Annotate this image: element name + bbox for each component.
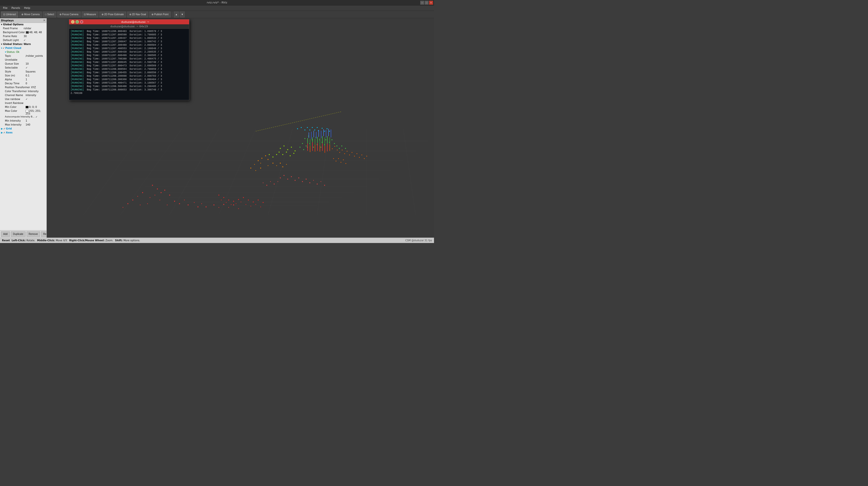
- svg-point-112: [266, 185, 267, 186]
- svg-rect-181: [327, 143, 328, 151]
- svg-point-94: [314, 129, 315, 130]
- terminal-line: [RUNNING] Bag Time: 1680711207.706380 Du…: [70, 57, 188, 61]
- svg-point-123: [294, 150, 296, 151]
- svg-point-131: [269, 154, 270, 155]
- svg-rect-182: [330, 145, 330, 151]
- pose-estimate-button[interactable]: ⊕ 2D Pose Estimate: [99, 11, 126, 18]
- svg-point-49: [258, 160, 259, 161]
- min-color-swatch: [26, 106, 29, 108]
- close-button[interactable]: ✕: [429, 1, 433, 5]
- svg-point-61: [280, 163, 281, 164]
- pose-estimate-icon: ⊕: [101, 13, 103, 16]
- svg-point-105: [294, 180, 296, 181]
- menubar: File Panels Help: [0, 5, 434, 11]
- svg-point-62: [282, 166, 283, 167]
- arrow-down-button[interactable]: ▼: [180, 11, 185, 18]
- nav-goal-button[interactable]: ⊕ 2D Nav Goal: [127, 11, 148, 18]
- terminal-window[interactable]: ─ □ ✕ duduzai@duduzai: ~ duduzai@duduzai…: [69, 19, 189, 100]
- svg-point-170: [251, 206, 251, 207]
- terminal-line: [RUNNING] Bag Time: 1680711208.006564 Du…: [70, 68, 188, 71]
- svg-point-20: [157, 189, 158, 189]
- publish-point-button[interactable]: ⊕ Publish Point: [149, 11, 170, 18]
- displays-tree: ▾ Global Options Fixed Frame rslidar Bac…: [0, 23, 46, 230]
- svg-point-157: [233, 201, 234, 202]
- window-title: rviz.rviz* - RViz: [207, 1, 227, 4]
- term-maximize-button[interactable]: □: [75, 20, 79, 24]
- svg-point-59: [273, 163, 273, 164]
- svg-rect-145: [362, 155, 362, 155]
- terminal-line: [RUNNING] Bag Time: 1680711207.106437 Du…: [70, 37, 188, 40]
- global-options-header[interactable]: ▾ Global Options: [0, 23, 46, 27]
- svg-point-116: [317, 184, 318, 185]
- unreliable-row: Unreliable: [0, 58, 46, 62]
- minimize-button[interactable]: ─: [420, 1, 424, 5]
- status-right: CSM @duduzai 31 fps: [405, 239, 432, 242]
- invert-rainbow-row: Invert Rainbow: [0, 101, 46, 105]
- measure-icon: ⊡: [84, 13, 86, 16]
- svg-rect-141: [352, 152, 352, 153]
- autocompute-row: Autocompute Intensity B... ✓: [0, 115, 46, 119]
- point-cloud-row[interactable]: ▾ ✓ Point Cloud: [0, 46, 46, 51]
- grid-row[interactable]: ▶ ✓ Grid: [0, 127, 46, 131]
- nav-goal-label: 2D Nav Goal: [132, 13, 146, 16]
- measure-button[interactable]: ⊡ Measure: [82, 11, 98, 18]
- terminal-inner-title: duduzai@duduzai: ~ 64x19: [111, 25, 148, 28]
- term-minimize-button[interactable]: ─: [71, 20, 74, 24]
- min-intensity-row: Min Intensity 1: [0, 119, 46, 123]
- restore-button[interactable]: □: [425, 1, 429, 5]
- menu-help[interactable]: Help: [22, 6, 32, 10]
- svg-point-86: [341, 145, 342, 147]
- terminal-line: [RUNNING] Bag Time: 1680711207.406553 Du…: [70, 47, 188, 51]
- 3d-viewport[interactable]: ─ □ ✕ duduzai@duduzai: ~ duduzai@duduzai…: [47, 18, 434, 237]
- status-left: Reset Left-Click: Rotate. Middle-Click: …: [2, 239, 140, 242]
- svg-point-163: [262, 202, 264, 203]
- svg-rect-148: [333, 158, 334, 159]
- decay-time-row: Decay Time 0: [0, 82, 46, 86]
- max-color-swatch: [26, 110, 29, 112]
- svg-point-165: [226, 202, 227, 203]
- nav-goal-icon: ⊕: [129, 13, 131, 16]
- move-camera-button[interactable]: ⊕ Move Camera: [19, 11, 42, 18]
- duplicate-button[interactable]: Duplicate: [11, 231, 26, 237]
- right-click-label: Right-Click/Mouse Wheel: Zoom.: [68, 239, 113, 242]
- svg-rect-150: [338, 158, 339, 159]
- svg-rect-177: [317, 143, 318, 151]
- terminal-content[interactable]: [RUNNING] Bag Time: 1680711206.906483 Du…: [69, 29, 189, 100]
- svg-point-120: [283, 145, 284, 147]
- add-button[interactable]: Add: [1, 231, 10, 237]
- interact-button[interactable]: ⊡ ⊡Interact: [1, 11, 18, 18]
- menu-panels[interactable]: Panels: [9, 6, 22, 10]
- svg-point-84: [336, 145, 337, 147]
- status-ok-row[interactable]: ▾ Status: Ok: [0, 51, 46, 54]
- axes-row[interactable]: ▶ ✓ Axes: [0, 131, 46, 135]
- svg-rect-178: [320, 145, 320, 152]
- svg-point-41: [202, 203, 202, 204]
- svg-point-26: [169, 195, 170, 196]
- svg-point-35: [184, 200, 185, 200]
- svg-point-161: [253, 201, 254, 202]
- svg-point-129: [276, 154, 277, 155]
- svg-rect-151: [341, 162, 341, 163]
- svg-point-82: [303, 149, 304, 150]
- svg-point-168: [241, 202, 242, 202]
- global-status-row[interactable]: ▾ Global Status: Warn: [0, 42, 46, 46]
- svg-rect-189: [322, 136, 322, 143]
- remove-button[interactable]: Remove: [27, 231, 40, 237]
- size-row: Size (m) 0.1: [0, 74, 46, 78]
- terminal-line: 2.799168: [70, 92, 188, 95]
- rename-button[interactable]: Rename: [41, 231, 47, 237]
- svg-point-101: [280, 177, 281, 179]
- term-close-button[interactable]: ✕: [80, 20, 83, 24]
- select-button[interactable]: □ Select: [43, 11, 56, 18]
- left-click-label: Left-Click: Rotate.: [11, 239, 35, 242]
- svg-point-98: [324, 131, 325, 132]
- svg-rect-180: [324, 146, 325, 153]
- displays-close-icon[interactable]: ✕: [43, 19, 45, 22]
- focus-camera-button[interactable]: ⊕ Focus Camera: [57, 11, 81, 18]
- svg-point-109: [278, 181, 278, 182]
- menu-file[interactable]: File: [1, 6, 9, 10]
- reset-button[interactable]: Reset: [2, 239, 10, 242]
- svg-rect-195: [313, 131, 314, 137]
- arrow-up-button[interactable]: ▲: [174, 11, 179, 18]
- svg-rect-152: [343, 159, 344, 160]
